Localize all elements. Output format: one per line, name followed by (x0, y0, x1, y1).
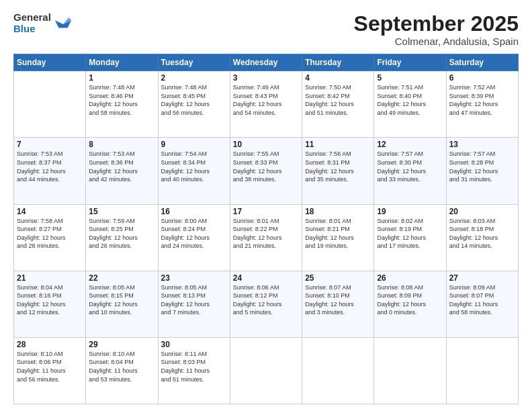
col-wednesday: Wednesday (230, 54, 302, 71)
day-info: Sunrise: 7:59 AM Sunset: 8:25 PM Dayligh… (89, 217, 154, 250)
table-row: 10Sunrise: 7:55 AM Sunset: 8:33 PM Dayli… (230, 138, 302, 204)
table-row: 8Sunrise: 7:53 AM Sunset: 8:36 PM Daylig… (86, 138, 158, 204)
table-row: 2Sunrise: 7:48 AM Sunset: 8:45 PM Daylig… (158, 71, 230, 138)
day-number: 11 (305, 140, 371, 149)
day-info: Sunrise: 7:48 AM Sunset: 8:46 PM Dayligh… (89, 83, 154, 117)
table-row: 11Sunrise: 7:56 AM Sunset: 8:31 PM Dayli… (302, 138, 374, 204)
day-info: Sunrise: 7:50 AM Sunset: 8:42 PM Dayligh… (305, 83, 371, 117)
day-info: Sunrise: 7:57 AM Sunset: 8:30 PM Dayligh… (377, 150, 443, 183)
logo-text: General Blue (13, 12, 51, 34)
day-number: 10 (233, 140, 299, 149)
day-info: Sunrise: 7:54 AM Sunset: 8:34 PM Dayligh… (161, 150, 227, 183)
table-row: 3Sunrise: 7:49 AM Sunset: 8:43 PM Daylig… (230, 71, 302, 138)
table-row: 13Sunrise: 7:57 AM Sunset: 8:28 PM Dayli… (446, 138, 518, 204)
day-number: 22 (89, 273, 154, 283)
table-row: 17Sunrise: 8:01 AM Sunset: 8:22 PM Dayli… (230, 204, 302, 271)
table-row (374, 337, 446, 404)
table-row: 28Sunrise: 8:10 AM Sunset: 8:06 PM Dayli… (14, 337, 86, 404)
day-info: Sunrise: 7:48 AM Sunset: 8:45 PM Dayligh… (161, 83, 227, 117)
day-number: 4 (305, 73, 371, 83)
table-row: 20Sunrise: 8:03 AM Sunset: 8:18 PM Dayli… (446, 204, 518, 271)
table-row: 19Sunrise: 8:02 AM Sunset: 8:19 PM Dayli… (374, 204, 446, 271)
day-info: Sunrise: 8:08 AM Sunset: 8:09 PM Dayligh… (377, 283, 443, 317)
day-info: Sunrise: 7:53 AM Sunset: 8:37 PM Dayligh… (17, 150, 83, 183)
page: General Blue September 2025 Colmenar, An… (0, 0, 532, 411)
day-number: 6 (449, 73, 515, 83)
day-info: Sunrise: 8:10 AM Sunset: 8:04 PM Dayligh… (89, 350, 154, 383)
logo-icon (54, 14, 73, 33)
day-info: Sunrise: 8:07 AM Sunset: 8:10 PM Dayligh… (305, 283, 371, 317)
day-number: 2 (161, 73, 227, 83)
day-number: 28 (17, 340, 83, 349)
table-row: 15Sunrise: 7:59 AM Sunset: 8:25 PM Dayli… (86, 204, 158, 271)
header: General Blue September 2025 Colmenar, An… (13, 12, 519, 47)
calendar-header-row: Sunday Monday Tuesday Wednesday Thursday… (14, 54, 519, 71)
day-number: 21 (17, 273, 83, 283)
col-thursday: Thursday (302, 54, 374, 71)
table-row: 27Sunrise: 8:09 AM Sunset: 8:07 PM Dayli… (446, 271, 518, 337)
logo-general: General (13, 12, 51, 24)
day-info: Sunrise: 8:06 AM Sunset: 8:12 PM Dayligh… (233, 283, 299, 317)
day-number: 20 (449, 207, 515, 216)
day-number: 27 (449, 273, 515, 283)
day-info: Sunrise: 8:05 AM Sunset: 8:13 PM Dayligh… (161, 283, 227, 317)
calendar-table: Sunday Monday Tuesday Wednesday Thursday… (13, 54, 519, 404)
day-info: Sunrise: 8:04 AM Sunset: 8:16 PM Dayligh… (17, 283, 83, 317)
logo-blue: Blue (13, 24, 51, 35)
day-info: Sunrise: 7:58 AM Sunset: 8:27 PM Dayligh… (17, 217, 83, 250)
table-row: 12Sunrise: 7:57 AM Sunset: 8:30 PM Dayli… (374, 138, 446, 204)
day-number: 5 (377, 73, 443, 83)
day-info: Sunrise: 8:01 AM Sunset: 8:21 PM Dayligh… (305, 217, 371, 250)
day-number: 26 (377, 273, 443, 283)
day-number: 18 (305, 207, 371, 216)
main-title: September 2025 (354, 12, 519, 36)
table-row: 22Sunrise: 8:05 AM Sunset: 8:15 PM Dayli… (86, 271, 158, 337)
day-number: 29 (89, 340, 154, 349)
day-number: 1 (89, 73, 154, 83)
day-number: 9 (161, 140, 227, 149)
day-info: Sunrise: 7:52 AM Sunset: 8:39 PM Dayligh… (449, 83, 515, 117)
day-number: 25 (305, 273, 371, 283)
table-row: 23Sunrise: 8:05 AM Sunset: 8:13 PM Dayli… (158, 271, 230, 337)
day-number: 30 (161, 340, 227, 349)
table-row: 26Sunrise: 8:08 AM Sunset: 8:09 PM Dayli… (374, 271, 446, 337)
col-tuesday: Tuesday (158, 54, 230, 71)
col-friday: Friday (374, 54, 446, 71)
col-saturday: Saturday (446, 54, 518, 71)
table-row (446, 337, 518, 404)
day-info: Sunrise: 7:53 AM Sunset: 8:36 PM Dayligh… (89, 150, 154, 183)
table-row: 30Sunrise: 8:11 AM Sunset: 8:03 PM Dayli… (158, 337, 230, 404)
day-info: Sunrise: 8:05 AM Sunset: 8:15 PM Dayligh… (89, 283, 154, 317)
day-info: Sunrise: 8:09 AM Sunset: 8:07 PM Dayligh… (449, 283, 515, 317)
day-number: 12 (377, 140, 443, 149)
table-row (302, 337, 374, 404)
day-info: Sunrise: 8:10 AM Sunset: 8:06 PM Dayligh… (17, 350, 83, 383)
day-number: 14 (17, 207, 83, 216)
table-row: 6Sunrise: 7:52 AM Sunset: 8:39 PM Daylig… (446, 71, 518, 138)
day-info: Sunrise: 7:55 AM Sunset: 8:33 PM Dayligh… (233, 150, 299, 183)
day-number: 23 (161, 273, 227, 283)
table-row: 7Sunrise: 7:53 AM Sunset: 8:37 PM Daylig… (14, 138, 86, 204)
col-monday: Monday (86, 54, 158, 71)
logo: General Blue (13, 12, 73, 34)
table-row: 1Sunrise: 7:48 AM Sunset: 8:46 PM Daylig… (86, 71, 158, 138)
day-number: 17 (233, 207, 299, 216)
table-row: 9Sunrise: 7:54 AM Sunset: 8:34 PM Daylig… (158, 138, 230, 204)
day-number: 19 (377, 207, 443, 216)
table-row (14, 71, 86, 138)
table-row: 21Sunrise: 8:04 AM Sunset: 8:16 PM Dayli… (14, 271, 86, 337)
table-row: 18Sunrise: 8:01 AM Sunset: 8:21 PM Dayli… (302, 204, 374, 271)
day-info: Sunrise: 8:01 AM Sunset: 8:22 PM Dayligh… (233, 217, 299, 250)
day-number: 24 (233, 273, 299, 283)
subtitle: Colmenar, Andalusia, Spain (354, 36, 519, 47)
day-info: Sunrise: 7:56 AM Sunset: 8:31 PM Dayligh… (305, 150, 371, 183)
day-info: Sunrise: 7:51 AM Sunset: 8:40 PM Dayligh… (377, 83, 443, 117)
day-number: 3 (233, 73, 299, 83)
day-info: Sunrise: 8:03 AM Sunset: 8:18 PM Dayligh… (449, 217, 515, 250)
table-row: 4Sunrise: 7:50 AM Sunset: 8:42 PM Daylig… (302, 71, 374, 138)
table-row (230, 337, 302, 404)
day-info: Sunrise: 7:57 AM Sunset: 8:28 PM Dayligh… (449, 150, 515, 183)
table-row: 25Sunrise: 8:07 AM Sunset: 8:10 PM Dayli… (302, 271, 374, 337)
day-number: 7 (17, 140, 83, 149)
day-info: Sunrise: 7:49 AM Sunset: 8:43 PM Dayligh… (233, 83, 299, 117)
